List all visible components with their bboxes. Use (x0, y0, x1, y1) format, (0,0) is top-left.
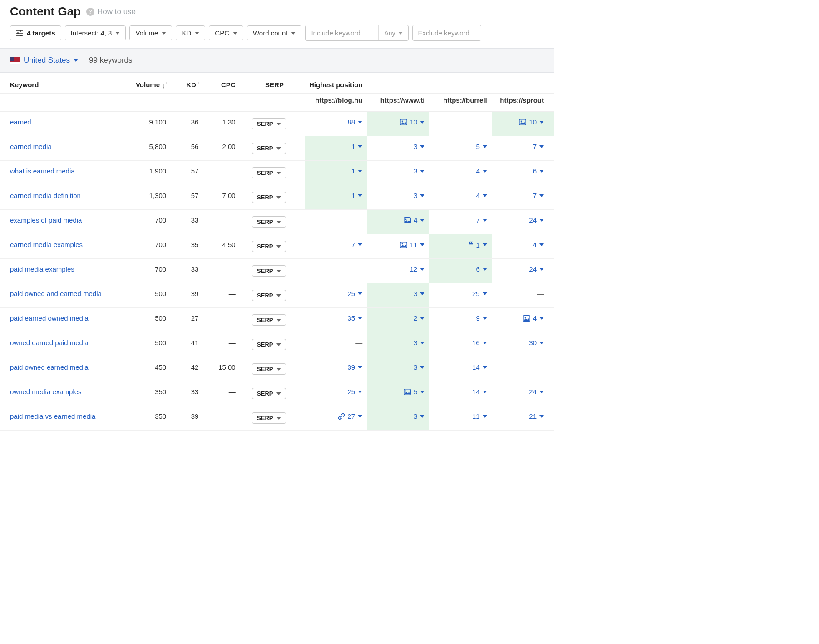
keyword-link[interactable]: earned (10, 118, 31, 126)
keyword-link[interactable]: paid owned and earned media (10, 290, 102, 297)
position-value[interactable]: 39 (348, 363, 355, 371)
position-value[interactable]: 7 (533, 143, 537, 150)
col-kd[interactable]: KD i (171, 73, 203, 94)
how-to-use-link[interactable]: ? How to use (86, 7, 136, 16)
keyword-link[interactable]: examples of paid media (10, 216, 82, 224)
keyword-link[interactable]: paid owned earned media (10, 363, 89, 371)
position-value[interactable]: 27 (348, 412, 355, 420)
keyword-link[interactable]: earned media (10, 143, 52, 150)
position-value[interactable]: 3 (414, 412, 417, 420)
col-serp[interactable]: SERP i (240, 73, 291, 94)
position-value[interactable]: 4 (476, 192, 479, 199)
chevron-down-icon (276, 270, 281, 272)
position-value[interactable]: 4 (533, 314, 537, 322)
serp-button[interactable]: SERP (252, 314, 286, 326)
site-col-0[interactable]: https://blog.hu (305, 94, 367, 112)
serp-cell: SERP (240, 185, 291, 210)
include-keyword-input[interactable] (306, 25, 378, 40)
position-value[interactable]: 6 (533, 167, 537, 175)
position-value[interactable]: 1 (351, 143, 355, 150)
keyword-link[interactable]: earned media examples (10, 241, 83, 248)
keyword-link[interactable]: paid media examples (10, 265, 74, 273)
position-value[interactable]: 14 (472, 363, 480, 371)
position-value[interactable]: 21 (529, 412, 537, 420)
position-value[interactable]: 11 (472, 412, 480, 420)
position-value[interactable]: 10 (529, 118, 537, 126)
serp-button[interactable]: SERP (252, 265, 286, 277)
keyword-link[interactable]: owned earned paid media (10, 339, 89, 347)
info-icon[interactable]: i (284, 80, 287, 85)
keyword-link[interactable]: owned media examples (10, 388, 82, 396)
site-col-3[interactable]: https://sprout (492, 94, 554, 112)
serp-button[interactable]: SERP (252, 339, 286, 350)
position-value[interactable]: 7 (351, 241, 355, 248)
position-value[interactable]: 29 (472, 290, 480, 297)
site-col-2[interactable]: https://burrell (429, 94, 491, 112)
targets-button[interactable]: 4 targets (10, 25, 61, 40)
serp-button[interactable]: SERP (252, 412, 286, 424)
volume-filter[interactable]: Volume (129, 25, 172, 40)
col-volume[interactable]: Volume ↓i (125, 73, 171, 94)
position-value[interactable]: 12 (410, 265, 418, 273)
site-col-1[interactable]: https://www.ti (367, 94, 429, 112)
position-value[interactable]: 24 (529, 388, 537, 396)
country-selector[interactable]: United States (10, 56, 78, 65)
position-value[interactable]: 24 (529, 216, 537, 224)
position-value[interactable]: 4 (414, 216, 417, 224)
position-value[interactable]: 9 (476, 314, 479, 322)
position-value[interactable]: 3 (414, 339, 417, 347)
position-value[interactable]: 7 (533, 192, 537, 199)
position-value[interactable]: 10 (410, 118, 418, 126)
serp-button[interactable]: SERP (252, 143, 286, 154)
exclude-keyword-input[interactable] (413, 25, 481, 40)
position-value[interactable]: 88 (348, 118, 355, 126)
info-icon[interactable]: i (197, 80, 199, 85)
position-value[interactable]: 1 (476, 241, 479, 249)
position-value[interactable]: 4 (476, 167, 479, 175)
position-value[interactable]: 1 (351, 167, 355, 175)
serp-button[interactable]: SERP (252, 290, 286, 301)
position-value[interactable]: 25 (348, 290, 355, 297)
position-value[interactable]: 5 (476, 143, 479, 150)
serp-button[interactable]: SERP (252, 241, 286, 252)
word-count-filter[interactable]: Word count (247, 25, 301, 40)
position-value[interactable]: 1 (351, 192, 355, 199)
position-value[interactable]: 3 (414, 167, 417, 175)
include-match-mode[interactable]: Any (379, 25, 408, 40)
keyword-link[interactable]: earned media definition (10, 192, 81, 199)
keyword-link[interactable]: what is earned media (10, 167, 75, 175)
position-value[interactable]: 5 (414, 388, 417, 396)
position-value[interactable]: 6 (476, 265, 479, 273)
serp-button[interactable]: SERP (252, 192, 286, 203)
info-icon[interactable]: i (166, 80, 167, 85)
cpc-filter[interactable]: CPC (209, 25, 243, 40)
position-value[interactable]: 24 (529, 265, 537, 273)
position-value[interactable]: 3 (414, 192, 417, 199)
kd-filter[interactable]: KD (176, 25, 205, 40)
position-value[interactable]: 3 (414, 290, 417, 297)
position-value[interactable]: 30 (529, 339, 537, 347)
position-value[interactable]: 3 (414, 143, 417, 150)
keyword-link[interactable]: paid media vs earned media (10, 412, 95, 420)
intersect-filter[interactable]: Intersect: 4, 3 (65, 25, 126, 40)
position-value[interactable]: 14 (472, 388, 480, 396)
position-value[interactable]: 11 (410, 241, 418, 248)
position-cell: 1 (305, 161, 367, 185)
keyword-link[interactable]: paid earned owned media (10, 314, 89, 322)
serp-button[interactable]: SERP (252, 118, 286, 129)
position-value[interactable]: 4 (533, 241, 537, 248)
position-value[interactable]: 2 (414, 314, 417, 322)
position-value[interactable]: 16 (472, 339, 480, 347)
position-value[interactable]: 25 (348, 388, 355, 396)
serp-button[interactable]: SERP (252, 388, 286, 399)
serp-button[interactable]: SERP (252, 216, 286, 228)
position-value[interactable]: 3 (414, 363, 417, 371)
serp-button[interactable]: SERP (252, 363, 286, 375)
col-keyword[interactable]: Keyword (0, 73, 125, 94)
image-pack-icon (519, 119, 526, 125)
serp-button[interactable]: SERP (252, 167, 286, 178)
position-value[interactable]: 7 (476, 216, 479, 224)
position-value[interactable]: 35 (348, 314, 355, 322)
col-cpc[interactable]: CPC (203, 73, 240, 94)
volume-cell: 350 (125, 381, 171, 406)
